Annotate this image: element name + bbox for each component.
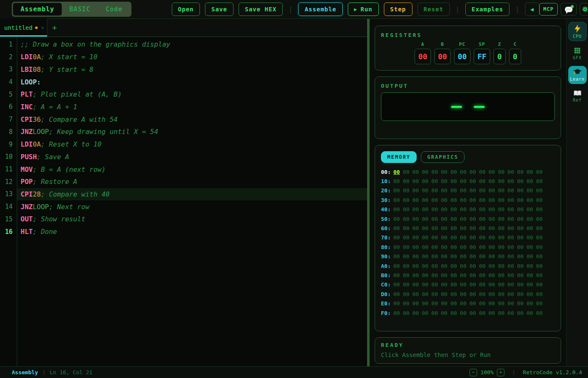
code-line[interactable]: 7CPI 36 ; Compare A with 54	[0, 113, 367, 126]
code-line[interactable]: 1;; Draw a box on the graphics display	[0, 38, 367, 51]
sidebar-item-cpu[interactable]: CPU	[568, 22, 587, 41]
register-b: B00	[434, 42, 451, 64]
memory-byte: 00	[450, 216, 457, 222]
code-line-content: PLT ; Plot pixel at (A, B)	[17, 88, 367, 101]
memory-byte: 00	[479, 225, 486, 231]
unsaved-dot-icon: ●	[35, 25, 37, 30]
save-button[interactable]: Save	[205, 3, 234, 16]
save-hex-button[interactable]: Save HEX	[239, 3, 283, 16]
settings-button[interactable]	[580, 3, 588, 16]
code-line-content: MOV ; B = A (next row)	[17, 163, 367, 176]
sidebar-item-ref[interactable]: Ref	[568, 88, 587, 105]
operand-token: 36	[33, 116, 41, 123]
line-number: 9	[0, 141, 17, 148]
sidebar-item-gfx[interactable]: GFX	[568, 45, 587, 62]
memory-byte: 00	[517, 216, 524, 222]
code-line[interactable]: 15OUT ; Show result	[0, 213, 367, 226]
code-line[interactable]: 2LDI 0A ; X start = 10	[0, 51, 367, 63]
code-editor[interactable]: 1;; Draw a box on the graphics display2L…	[0, 37, 367, 366]
mnemonic-token: POP	[21, 178, 33, 186]
memory-byte: 00	[393, 225, 400, 231]
code-line[interactable]: 4LOOP:	[0, 76, 367, 88]
memory-byte: 00	[450, 253, 457, 260]
output-display	[381, 92, 555, 121]
zoom-in-button[interactable]: +	[497, 369, 504, 376]
code-line[interactable]: 11MOV ; B = A (next row)	[0, 163, 367, 176]
register-label: A	[421, 42, 425, 47]
memory-byte: 00	[422, 281, 428, 288]
tab-graphics[interactable]: GRAPHICS	[421, 151, 465, 163]
line-number: 14	[0, 203, 17, 210]
memory-byte: 00	[488, 234, 495, 241]
mcp-button[interactable]: MCP	[539, 3, 558, 16]
memory-byte: 00	[517, 244, 524, 250]
memory-byte: 00	[412, 178, 419, 184]
step-button[interactable]: Step	[384, 3, 412, 16]
memory-byte: 00	[460, 197, 467, 203]
editor-tab-untitled[interactable]: untitled ● ×	[0, 18, 47, 37]
code-line[interactable]: 9LDI 0A ; Reset X to 10	[0, 138, 367, 151]
chat-button[interactable]	[561, 3, 577, 16]
memory-byte: 00	[412, 187, 419, 194]
collapse-panel-button[interactable]: ◀	[525, 3, 539, 16]
memory-byte: 00	[479, 197, 486, 203]
close-tab-icon[interactable]: ×	[41, 24, 44, 31]
memory-byte: 00	[460, 281, 467, 288]
memory-address: A0:	[381, 263, 391, 269]
reset-button[interactable]: Reset	[417, 3, 450, 16]
register-value: 0	[494, 49, 506, 64]
memory-row: C0:00000000000000000000000000000000	[381, 280, 555, 289]
tab-memory[interactable]: MEMORY	[381, 151, 417, 163]
code-line[interactable]: 10PUSH ; Save A	[0, 150, 367, 163]
book-icon	[573, 90, 582, 97]
run-button[interactable]: ▶Run	[348, 3, 379, 16]
memory-byte: 00	[498, 272, 505, 278]
memory-byte: 00	[479, 253, 486, 260]
code-line[interactable]: 3LBI 08 ; Y start = 8	[0, 63, 367, 76]
memory-byte: 00	[460, 206, 467, 213]
memory-byte: 00	[412, 263, 419, 269]
memory-byte: 00	[460, 272, 467, 278]
memory-byte: 00	[403, 234, 410, 241]
memory-byte: 00	[422, 310, 428, 316]
memory-byte: 00	[488, 225, 495, 231]
zoom-out-button[interactable]: −	[470, 369, 477, 376]
mode-tab-assembly[interactable]: Assembly	[13, 3, 62, 16]
memory-byte: 00	[393, 206, 400, 213]
assemble-button[interactable]: Assemble	[298, 3, 342, 16]
code-line[interactable]: 13CPI 28 ; Compare with 40	[0, 188, 367, 201]
memory-byte: 00	[460, 216, 467, 222]
memory-byte: 00	[470, 206, 476, 213]
memory-byte: 00	[479, 169, 486, 175]
toolbar: Assembly BASIC Code Open Save Save HEX |…	[0, 0, 588, 19]
line-number: 11	[0, 165, 17, 173]
code-line[interactable]: 5PLT ; Plot pixel at (A, B)	[0, 88, 367, 101]
memory-byte: 00	[450, 225, 457, 231]
register-label: B	[441, 42, 444, 47]
mode-tab-basic[interactable]: BASIC	[62, 3, 98, 16]
memory-byte: 00	[479, 206, 486, 213]
memory-row: 20:00000000000000000000000000000000	[381, 186, 555, 195]
sidebar-item-learn[interactable]: Learn	[568, 66, 587, 84]
memory-byte: 00	[507, 187, 514, 194]
memory-byte: 00	[441, 197, 448, 203]
memory-byte: 00	[527, 291, 533, 297]
code-line[interactable]: 6INC ; A = A + 1	[0, 101, 367, 113]
code-line[interactable]: 14JNZ LOOP ; Next row	[0, 200, 367, 213]
code-line[interactable]: 8JNZ LOOP ; Keep drawing until X = 54	[0, 126, 367, 138]
memory-row: 60:00000000000000000000000000000000	[381, 223, 555, 233]
memory-byte: 00	[498, 263, 505, 269]
memory-byte: 00	[536, 234, 543, 241]
memory-byte: 00	[488, 281, 495, 288]
memory-byte: 00	[470, 225, 476, 231]
code-line-content: CPI 36 ; Compare A with 54	[17, 113, 367, 126]
new-tab-button[interactable]: +	[47, 18, 62, 37]
mnemonic-token: PLT	[21, 90, 33, 98]
examples-button[interactable]: Examples	[465, 3, 509, 16]
code-line[interactable]: 16HLT ; Done	[0, 226, 367, 238]
mode-tab-code[interactable]: Code	[98, 3, 130, 16]
code-line[interactable]: 12POP ; Restore A	[0, 176, 367, 188]
memory-byte: 00	[460, 178, 467, 184]
memory-byte: 00	[431, 169, 438, 175]
open-button[interactable]: Open	[172, 3, 200, 16]
